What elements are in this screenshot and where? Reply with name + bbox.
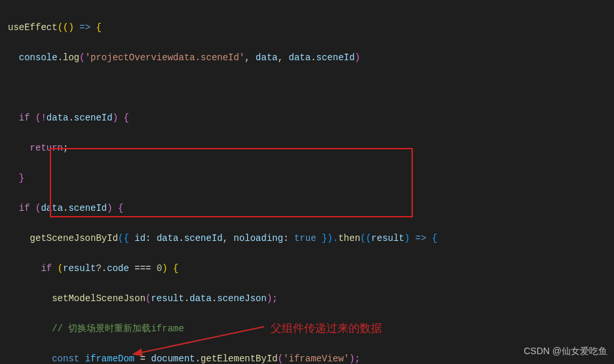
code-line: } — [8, 171, 606, 186]
annotation-text: 父组件传递过来的数据 — [271, 321, 382, 336]
code-line — [8, 81, 606, 96]
code-line: console.log('projectOverviewdata.sceneId… — [8, 50, 606, 65]
code-line: getSceneJsonById({ id: data.sceneId, nol… — [8, 231, 606, 246]
watermark: CSDN @仙女爱吃鱼 — [524, 344, 607, 359]
code-line: if (!data.sceneId) { — [8, 111, 606, 126]
code-line: const iframeDom = document.getElementByI… — [8, 352, 606, 364]
code-line: return; — [8, 141, 606, 156]
code-block: useEffect(() => { console.log('projectOv… — [0, 0, 614, 364]
code-line: if (result?.code === 0) { — [8, 261, 606, 276]
code-line: setModelSceneJson(result.data.sceneJson)… — [8, 291, 606, 306]
code-line: if (data.sceneId) { — [8, 201, 606, 216]
code-line: useEffect(() => { — [8, 20, 606, 35]
